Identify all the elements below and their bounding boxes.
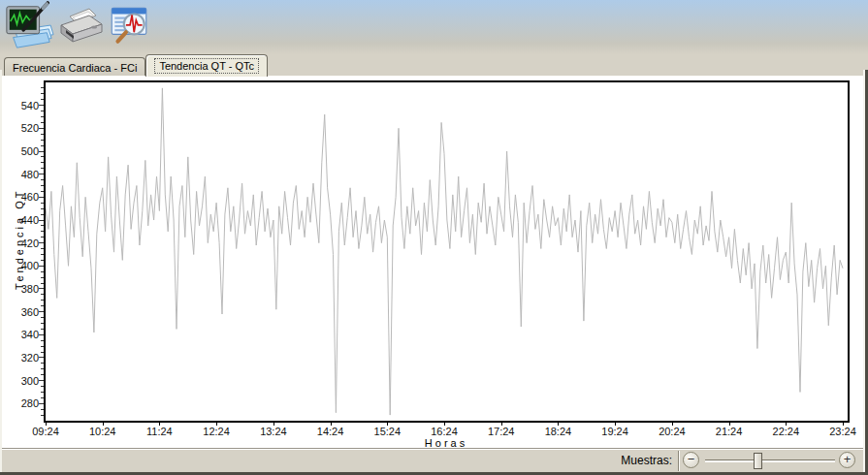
x-tick-label: 22:24 (764, 426, 807, 437)
y-tick-label: 460 (6, 191, 39, 203)
y-tick-label: 440 (6, 214, 39, 226)
y-tick-label: 480 (6, 169, 39, 180)
trend-view-button[interactable] (4, 1, 54, 51)
y-minor-tick (41, 317, 44, 318)
y-major-tick (39, 380, 44, 381)
chart-panel: Tendencia QT Horas 280300320340360380400… (0, 76, 868, 448)
slider-separator (678, 451, 680, 471)
tab-frecuencia-cardiaca[interactable]: Frecuencia Cardiaca - FCi (4, 57, 145, 77)
y-tick-label: 420 (6, 238, 39, 249)
y-minor-tick (41, 340, 44, 341)
y-major-tick (39, 403, 44, 404)
y-minor-tick (41, 156, 44, 157)
y-major-tick (39, 151, 44, 152)
x-tick-label: 19:24 (594, 426, 636, 437)
y-minor-tick (41, 397, 44, 398)
y-minor-tick (41, 277, 44, 278)
y-minor-tick (41, 168, 44, 169)
y-major-tick (39, 311, 44, 312)
x-tick-label: 11:24 (138, 426, 180, 437)
x-tick-label: 16:24 (423, 426, 466, 437)
y-minor-tick (41, 392, 44, 393)
y-major-tick (39, 266, 44, 267)
y-minor-tick (41, 352, 44, 353)
printer-icon (54, 38, 105, 54)
y-minor-tick (41, 323, 44, 324)
y-tick-label: 320 (6, 352, 39, 364)
y-minor-tick (41, 99, 44, 100)
y-tick-label: 520 (6, 122, 39, 134)
muestras-slider-thumb[interactable] (754, 453, 762, 469)
y-minor-tick (41, 208, 44, 209)
y-minor-tick (41, 294, 44, 295)
y-minor-tick (41, 87, 44, 88)
y-minor-tick (41, 248, 44, 249)
y-minor-tick (41, 329, 44, 330)
y-minor-tick (41, 162, 44, 163)
y-minor-tick (41, 191, 44, 192)
y-major-tick (39, 220, 44, 221)
x-tick-label: 18:24 (536, 426, 579, 437)
y-minor-tick (41, 145, 44, 146)
x-tick-label: 21:24 (708, 426, 751, 437)
y-major-tick (39, 242, 44, 243)
y-minor-tick (41, 122, 44, 123)
y-minor-tick (41, 134, 44, 135)
plot-area (44, 80, 850, 423)
window-left-edge (0, 70, 2, 475)
tab-tendencia-qt[interactable]: Tendencia QT - QTc (145, 54, 268, 77)
y-minor-tick (41, 140, 44, 141)
x-tick-label: 15:24 (366, 426, 408, 437)
y-minor-tick (41, 271, 44, 272)
y-minor-tick (41, 225, 44, 226)
y-tick-label: 360 (6, 306, 39, 318)
tab-label: Frecuencia Cardiaca - FCi (13, 62, 137, 74)
y-minor-tick (41, 254, 44, 255)
y-minor-tick (41, 237, 44, 238)
report-preview-button[interactable] (107, 4, 151, 48)
y-minor-tick (41, 214, 44, 215)
toolbar (0, 0, 868, 54)
y-minor-tick (41, 111, 44, 111)
y-major-tick (39, 105, 44, 106)
x-tick-label: 09:24 (24, 426, 67, 437)
x-tick-label: 20:24 (651, 426, 693, 437)
y-minor-tick (41, 93, 44, 94)
print-button[interactable] (54, 1, 105, 51)
y-minor-tick (41, 305, 44, 306)
y-minor-tick (41, 283, 44, 284)
app-window: Frecuencia Cardiaca - FCi Tendencia QT -… (0, 0, 868, 475)
y-minor-tick (41, 386, 44, 387)
zoom-in-button[interactable]: + (839, 452, 855, 468)
x-tick-label: 23:24 (821, 426, 864, 437)
y-minor-tick (41, 368, 44, 369)
x-tick-label: 14:24 (309, 426, 352, 437)
y-tick-label: 380 (6, 283, 39, 295)
y-tick-label: 540 (6, 100, 39, 111)
y-tick-label: 500 (6, 145, 39, 157)
y-tick-label: 280 (6, 397, 39, 409)
y-minor-tick (41, 300, 44, 301)
y-minor-tick (41, 346, 44, 347)
y-major-tick (39, 334, 44, 335)
y-major-tick (39, 197, 44, 198)
y-minor-tick (41, 374, 44, 375)
y-minor-tick (41, 185, 44, 186)
y-tick-label: 300 (6, 375, 39, 387)
y-tick-label: 400 (6, 260, 39, 271)
x-tick-label: 13:24 (252, 426, 295, 437)
report-magnifier-icon (107, 35, 151, 51)
y-minor-tick (41, 116, 44, 117)
y-minor-tick (41, 260, 44, 261)
y-minor-tick (41, 409, 44, 410)
x-tick-label: 12:24 (195, 426, 238, 437)
zoom-out-button[interactable]: − (683, 452, 699, 468)
x-tick-label: 17:24 (480, 426, 523, 437)
y-tick-label: 340 (6, 329, 39, 340)
y-major-tick (39, 174, 44, 174)
y-major-tick (39, 288, 44, 289)
qt-trend-line (46, 82, 848, 421)
x-tick-label: 10:24 (81, 426, 124, 437)
y-major-tick (39, 128, 44, 129)
muestras-slider-track[interactable] (705, 459, 835, 462)
